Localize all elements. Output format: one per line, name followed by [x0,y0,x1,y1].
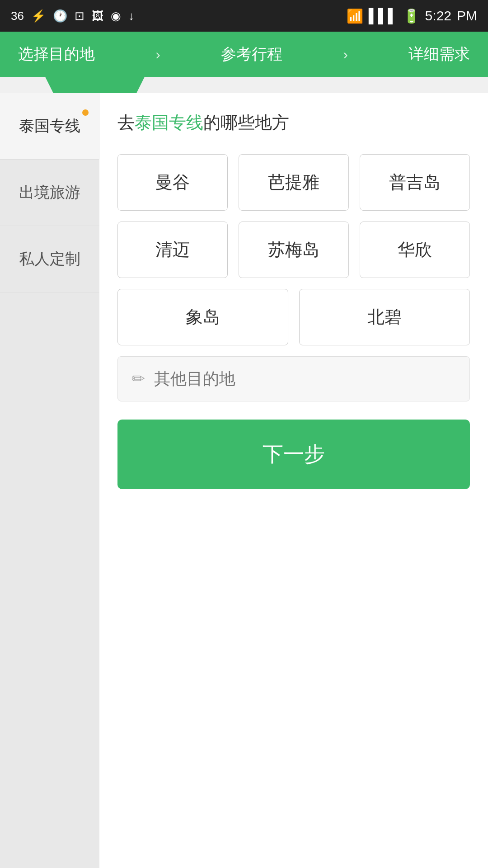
title-prefix: 去 [117,113,135,132]
sidebar-thailand-label: 泰国专线 [19,116,80,137]
content-area: 去泰国专线的哪些地方 曼谷 芭提雅 普吉岛 清迈 苏梅岛 华欣 象岛 北碧 ✏ … [99,93,488,868]
status-right: 📶 ▌▌▌ 🔋 5:22 PM [347,8,477,24]
destination-grid-row2: 清迈 苏梅岛 华欣 [117,222,470,278]
dest-btn-pattaya[interactable]: 芭提雅 [239,154,349,211]
image-icon: 🖼 [92,9,103,23]
sidebar-item-private[interactable]: 私人定制 [0,226,99,292]
step3-label: 详细需求 [408,44,470,65]
dest-btn-huahin[interactable]: 华欣 [360,222,470,278]
nav-step-2[interactable]: 参考行程 [221,44,282,65]
sidebar: 泰国专线 出境旅游 私人定制 [0,93,99,868]
nav-step-1[interactable]: 选择目的地 [18,44,95,65]
battery-num-icon: 36 [11,9,24,23]
sidebar-private-label: 私人定制 [19,249,80,269]
download-icon: ↓ [128,9,134,23]
top-navigation: 选择目的地 › 参考行程 › 详细需求 [0,32,488,77]
nav-arrow-1: › [155,46,160,63]
period-display: PM [457,8,477,24]
sidebar-item-outbound[interactable]: 出境旅游 [0,160,99,226]
other-destination-input[interactable] [154,369,456,388]
main-layout: 泰国专线 出境旅游 私人定制 去泰国专线的哪些地方 曼谷 芭提雅 普吉岛 清迈 … [0,93,488,868]
next-button[interactable]: 下一步 [117,420,470,489]
progress-arrow-container [0,77,488,93]
sidebar-item-thailand[interactable]: 泰国专线 [0,93,99,160]
step1-label: 选择目的地 [18,44,95,65]
signal-icon: ▌▌▌ [369,8,398,24]
usb-icon: ⚡ [31,9,46,23]
google-icon: ◉ [111,9,121,23]
step2-label: 参考行程 [221,44,282,65]
dest-btn-chiangmai[interactable]: 清迈 [117,222,228,278]
sidebar-outbound-label: 出境旅游 [19,182,80,203]
dest-btn-kohchang[interactable]: 象岛 [117,289,288,345]
pencil-icon: ✏ [131,369,145,388]
destination-grid-row1: 曼谷 芭提雅 普吉岛 [117,154,470,211]
battery-icon: 🔋 [403,8,420,24]
dest-btn-bangkok[interactable]: 曼谷 [117,154,228,211]
clock-icon: 🕐 [53,9,67,23]
destination-title: 去泰国专线的哪些地方 [117,111,470,134]
title-suffix: 的哪些地方 [203,113,289,132]
nav-arrow-2: › [343,46,348,63]
thailand-dot-indicator [82,109,89,116]
dest-btn-kanchanaburi[interactable]: 北碧 [299,289,470,345]
nav-step-3[interactable]: 详细需求 [408,44,470,65]
progress-arrow-indicator [45,77,145,93]
status-bar: 36 ⚡ 🕐 ⊡ 🖼 ◉ ↓ 📶 ▌▌▌ 🔋 5:22 PM [0,0,488,32]
screen-icon: ⊡ [75,9,84,23]
time-display: 5:22 [425,8,451,24]
wifi-icon: 📶 [347,8,363,24]
destination-grid-row3: 象岛 北碧 [117,289,470,345]
dest-btn-phuket[interactable]: 普吉岛 [360,154,470,211]
status-left: 36 ⚡ 🕐 ⊡ 🖼 ◉ ↓ [11,9,134,23]
title-highlight: 泰国专线 [135,113,203,132]
dest-btn-samui[interactable]: 苏梅岛 [239,222,349,278]
other-destination-container[interactable]: ✏ [117,356,470,401]
